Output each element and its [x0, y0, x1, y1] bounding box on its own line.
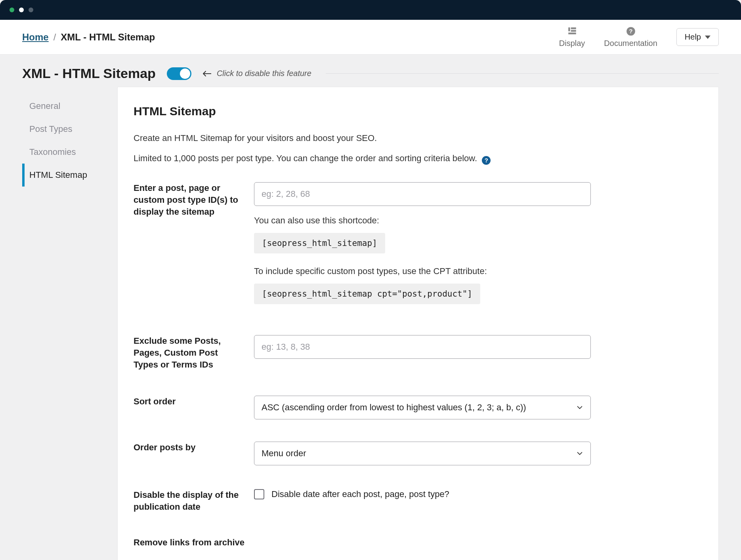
- svg-rect-1: [571, 27, 576, 29]
- question-icon: ?: [626, 26, 636, 36]
- documentation-button[interactable]: ? Documentation: [604, 26, 657, 48]
- ids-helper-1: You can also use this shortcode:: [254, 215, 591, 226]
- documentation-label: Documentation: [604, 39, 657, 48]
- sidebar-item-taxonomies[interactable]: Taxonomies: [22, 141, 111, 164]
- sort-select[interactable]: ASC (ascending order from lowest to high…: [254, 396, 591, 419]
- breadcrumb: Home / XML - HTML Sitemap: [22, 32, 155, 43]
- svg-rect-0: [568, 27, 570, 31]
- caret-down-icon: [705, 34, 710, 40]
- svg-rect-2: [571, 30, 576, 32]
- shortcode-1: [seopress_html_sitemap]: [254, 233, 385, 253]
- disable-date-checkbox[interactable]: [254, 489, 264, 499]
- orderby-label: Order posts by: [134, 442, 244, 453]
- top-bar: Home / XML - HTML Sitemap Display ? Docu…: [0, 20, 741, 55]
- breadcrumb-home-link[interactable]: Home: [22, 32, 49, 43]
- panel-heading: HTML Sitemap: [134, 105, 703, 118]
- display-label: Display: [559, 39, 585, 48]
- ids-helper-2: To include specific custom post types, u…: [254, 266, 591, 276]
- sort-value: ASC (ascending order from lowest to high…: [262, 402, 526, 413]
- traffic-light-minimize-icon[interactable]: [19, 8, 24, 12]
- ids-label: Enter a post, page or custom post type I…: [134, 182, 244, 217]
- toggle-hint-text: Click to disable this feature: [217, 69, 311, 78]
- orderby-value: Menu order: [262, 448, 306, 459]
- shortcode-2: [seopress_html_sitemap cpt="post,product…: [254, 284, 480, 304]
- disable-date-checkbox-label: Disable date after each post, page, post…: [271, 489, 449, 499]
- orderby-select[interactable]: Menu order: [254, 442, 591, 465]
- traffic-light-close-icon[interactable]: [10, 8, 14, 12]
- remove-links-label: Remove links from archive: [134, 537, 244, 549]
- panel-description-1: Create an HTML Sitemap for your visitors…: [134, 131, 703, 145]
- page-title: XML - HTML Sitemap: [22, 66, 156, 81]
- settings-panel: HTML Sitemap Create an HTML Sitemap for …: [117, 87, 719, 560]
- page-title-row: XML - HTML Sitemap Click to disable this…: [0, 55, 741, 87]
- breadcrumb-current: XML - HTML Sitemap: [61, 32, 155, 43]
- breadcrumb-separator: /: [53, 32, 56, 43]
- disable-date-label: Disable the display of the publication d…: [134, 489, 244, 512]
- help-button[interactable]: Help: [676, 28, 719, 46]
- feature-toggle[interactable]: [167, 67, 191, 80]
- panel-description-2-text: Limited to 1,000 posts per post type. Yo…: [134, 153, 477, 163]
- arrow-left-icon: [202, 70, 211, 77]
- toggle-hint: Click to disable this feature: [202, 69, 311, 78]
- display-icon: [567, 26, 577, 36]
- window-titlebar: [0, 0, 741, 20]
- help-label: Help: [685, 32, 701, 42]
- sidebar-item-html-sitemap[interactable]: HTML Sitemap: [22, 164, 111, 187]
- exclude-label: Exclude some Posts, Pages, Custom Post T…: [134, 335, 244, 370]
- traffic-light-zoom-icon[interactable]: [29, 8, 33, 12]
- panel-description-2: Limited to 1,000 posts per post type. Yo…: [134, 152, 703, 165]
- settings-sidebar: General Post Types Taxonomies HTML Sitem…: [22, 87, 111, 560]
- sort-label: Sort order: [134, 396, 244, 408]
- svg-text:?: ?: [629, 28, 632, 34]
- chevron-down-icon: [576, 404, 583, 411]
- sidebar-item-post-types[interactable]: Post Types: [22, 118, 111, 141]
- info-icon[interactable]: ?: [482, 156, 491, 165]
- sidebar-item-general[interactable]: General: [22, 95, 111, 118]
- ids-input[interactable]: [254, 182, 591, 206]
- display-button[interactable]: Display: [559, 26, 585, 48]
- title-divider: [326, 73, 719, 74]
- chevron-down-icon: [576, 450, 583, 457]
- exclude-input[interactable]: [254, 335, 591, 359]
- svg-rect-3: [568, 32, 576, 34]
